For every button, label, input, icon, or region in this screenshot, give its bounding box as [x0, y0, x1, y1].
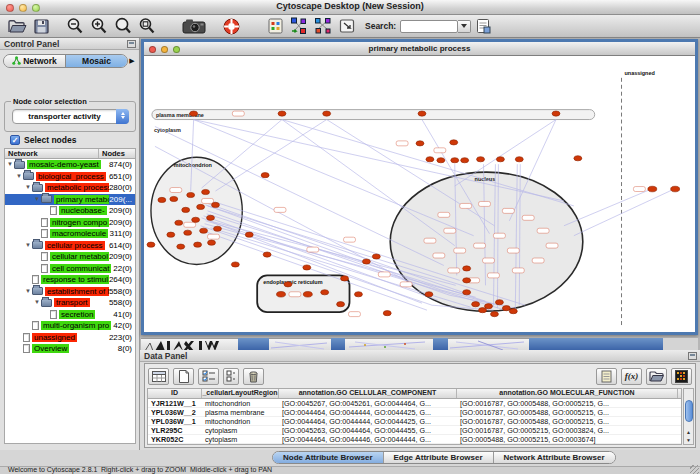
select-nodes-checkbox[interactable]: ✓ — [10, 135, 20, 145]
tree-item-establishment-of-lo[interactable]: ▼establishment of lo558(0) — [5, 286, 135, 298]
folder-icon — [32, 184, 43, 192]
nucleus-region[interactable] — [390, 172, 583, 311]
attribute-table-icon[interactable] — [148, 368, 169, 385]
tree-item-multi-organism-pro[interactable]: multi-organism pro42(0) — [5, 320, 135, 332]
column-header-molecular-function[interactable]: annotation.GO MOLECULAR_FUNCTION — [457, 389, 678, 398]
tree-item-count: 614(0) — [109, 241, 135, 250]
layout-nodes-alt-icon[interactable] — [311, 16, 335, 36]
scrollbar-thumb[interactable] — [685, 400, 693, 422]
notes-icon[interactable] — [596, 368, 617, 385]
background-window-sliver[interactable] — [345, 338, 433, 350]
network-view-titlebar[interactable]: primary metabolic process — [144, 42, 695, 56]
unselect-attributes-icon[interactable] — [223, 368, 239, 385]
network-view-title: primary metabolic process — [144, 44, 695, 53]
save-session-icon[interactable] — [29, 16, 53, 36]
background-window-sliver[interactable] — [141, 338, 238, 350]
tree-item-count: 223(0) — [109, 333, 135, 342]
tab-mosaic[interactable]: Mosaic — [66, 55, 127, 67]
search-input[interactable] — [400, 20, 458, 33]
background-window-sliver[interactable] — [448, 338, 529, 350]
network-canvas[interactable]: plasma membrane cytoplasm mitochondrion … — [144, 56, 695, 331]
plasma-membrane-region[interactable] — [152, 110, 595, 120]
column-header-cellular-component[interactable]: annotation.GO CELLULAR_COMPONENT — [279, 389, 457, 398]
layout-nodes-icon[interactable] — [287, 16, 311, 36]
tree-item-primary-metabo[interactable]: ▼primary metabo209(... — [5, 194, 135, 206]
table-cell: [GO:0016787, GO:0005488, GO:0005215, G..… — [457, 417, 678, 426]
table-cell: plasma membrane — [202, 408, 279, 417]
table-cell: [GO:0016787, GO:0005488, GO:0005215, G..… — [457, 399, 678, 408]
delete-attribute-icon[interactable] — [243, 368, 264, 385]
tab-overflow-arrow-icon[interactable]: ▶ — [128, 57, 136, 65]
tree-item-macromolecule[interactable]: macromolecule311(0) — [5, 228, 135, 240]
tree-item-transport[interactable]: ▼transport558(0) — [5, 297, 135, 309]
tree-item-unassigned[interactable]: unassigned223(0) — [5, 332, 135, 344]
tree-item-biological-process[interactable]: ▼biological_process651(0) — [5, 171, 135, 183]
snapshot-icon[interactable] — [179, 16, 209, 36]
tree-expand-icon[interactable]: ▼ — [16, 171, 23, 182]
column-header-region[interactable]: _cellularLayoutRegion — [202, 389, 279, 398]
node-color-dropdown[interactable]: transporter activity — [12, 109, 129, 124]
background-window-edge[interactable] — [331, 338, 345, 350]
network-graph[interactable]: plasma membrane cytoplasm mitochondrion … — [144, 56, 695, 331]
column-header-id[interactable]: ID — [148, 389, 202, 398]
tree-item-response-to-stimul[interactable]: response to stimul264(0) — [5, 274, 135, 286]
table-row[interactable]: YDR039C__1mitochondrion[GO:0044464, GO:0… — [148, 444, 681, 445]
tree-item-count: 209(0) — [109, 218, 135, 227]
tab-network[interactable]: Network — [4, 55, 66, 67]
help-ring-icon[interactable] — [219, 16, 243, 36]
tree-expand-icon[interactable]: ▼ — [34, 194, 41, 205]
zoom-out-icon[interactable] — [63, 16, 87, 36]
tree-expand-icon[interactable]: ▼ — [7, 159, 14, 170]
annotation-icon[interactable] — [263, 16, 287, 36]
tree-item-overview[interactable]: Overview8(0) — [5, 343, 135, 355]
background-window-edge[interactable] — [433, 338, 448, 350]
tab-edge-attribute-browser[interactable]: Edge Attribute Browser — [384, 452, 494, 463]
tree-item-mosaic-demo-yeast[interactable]: ▼mosaic-demo-yeast874(0) — [5, 159, 135, 171]
tab-node-attribute-browser[interactable]: Node Attribute Browser — [273, 452, 384, 463]
tree-column-headers[interactable]: Network Nodes — [4, 148, 136, 159]
unassigned-label: unassigned — [625, 70, 655, 76]
folder-icon — [32, 241, 43, 249]
matrix-icon[interactable] — [671, 368, 692, 385]
zoom-fit-icon[interactable] — [111, 16, 135, 36]
zoom-selected-icon[interactable] — [135, 16, 159, 36]
table-cell: mitochondrion — [202, 399, 279, 408]
import-table-icon[interactable] — [471, 16, 495, 36]
tree-item-cell-communicat[interactable]: cell communicat22(0) — [5, 263, 135, 275]
float-panel-icon[interactable] — [688, 352, 697, 360]
new-attribute-icon[interactable] — [173, 368, 194, 385]
background-window-sliver[interactable] — [269, 338, 331, 350]
tree-expand-icon[interactable]: ▼ — [25, 286, 32, 297]
tree-item-label: nitrogen compo — [50, 218, 109, 227]
window-resize-grip[interactable] — [690, 465, 699, 474]
search-dropdown-arrow[interactable] — [458, 20, 471, 33]
float-panel-icon[interactable] — [127, 40, 136, 48]
tree-expand-icon[interactable]: ▼ — [25, 240, 32, 251]
zoom-in-icon[interactable] — [87, 16, 111, 36]
scroll-up-icon[interactable]: ▲ — [684, 428, 693, 436]
tree-item-nucleobase-[interactable]: nucleobase-209(0) — [5, 205, 135, 217]
tree-item-count: 558(0) — [109, 298, 135, 307]
tree-expand-icon[interactable]: ▼ — [34, 297, 41, 308]
background-window-edge[interactable] — [529, 338, 663, 350]
control-panel-header: Control Panel — [0, 38, 139, 50]
tab-network-attribute-browser[interactable]: Network Attribute Browser — [494, 452, 615, 463]
tree-item-secretion[interactable]: secretion41(0) — [5, 309, 135, 321]
scroll-down-icon[interactable]: ▼ — [684, 436, 693, 444]
tree-column-network[interactable]: Network — [5, 149, 99, 158]
open-session-icon[interactable] — [5, 16, 29, 36]
tree-item-cellular-process[interactable]: ▼cellular process614(0) — [5, 240, 135, 252]
select-attributes-icon[interactable] — [198, 368, 219, 385]
tree-item-nitrogen-compo[interactable]: nitrogen compo209(0) — [5, 217, 135, 229]
tree-column-nodes[interactable]: Nodes — [99, 149, 135, 158]
tree-item-cellular-metabol[interactable]: cellular metabol209(0) — [5, 251, 135, 263]
open-attributes-icon[interactable] — [646, 368, 667, 385]
tree-expand-icon[interactable]: ▼ — [25, 182, 32, 193]
table-scrollbar[interactable]: ▲ ▼ — [683, 388, 694, 445]
background-window-edge[interactable] — [238, 338, 269, 350]
tree-item-metabolic-process[interactable]: ▼metabolic process280(0) — [5, 182, 135, 194]
formula-icon[interactable]: f(x) — [621, 368, 642, 385]
tab-network-label: Network — [23, 56, 57, 66]
import-network-icon[interactable] — [335, 16, 359, 36]
data-panel-title: Data Panel — [144, 351, 187, 361]
